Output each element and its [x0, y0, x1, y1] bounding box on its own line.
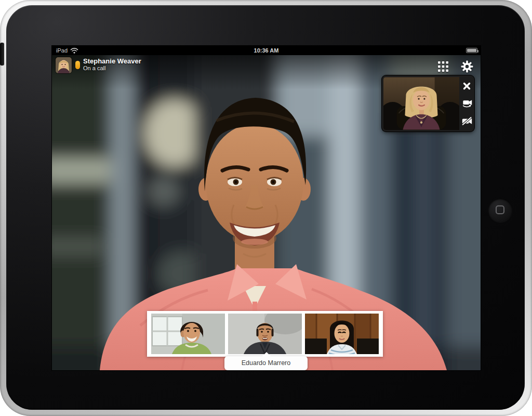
active-speaker-tooltip: Eduardo Marrero — [224, 356, 308, 370]
clock: 10:36 AM — [52, 46, 481, 55]
status-bar: 10:36 AM iPad — [52, 46, 481, 55]
self-view-panel[interactable] — [382, 75, 474, 132]
self-view-video — [383, 77, 459, 130]
device-label: iPad — [56, 46, 68, 55]
caller-avatar[interactable] — [56, 57, 72, 73]
gear-icon — [461, 60, 473, 73]
caller-name: Stephanie Weaver — [83, 57, 141, 65]
tooltip-arrow — [262, 352, 271, 357]
participant-thumbnail-1[interactable] — [151, 314, 225, 354]
self-view-controls — [459, 75, 474, 132]
disable-camera-button[interactable] — [462, 116, 472, 126]
presence-indicator — [75, 61, 80, 69]
home-button[interactable] — [488, 198, 512, 222]
camera-off-icon — [462, 116, 472, 126]
switch-camera-button[interactable] — [462, 98, 472, 109]
screenshot-stage: 10:36 AM iPad — [0, 0, 532, 416]
home-button-square-icon — [496, 205, 504, 214]
caller-status: On a call — [83, 65, 141, 72]
participant-thumbnail-3[interactable] — [305, 314, 379, 354]
ipad-side-button[interactable] — [0, 43, 4, 66]
battery-icon — [466, 48, 477, 53]
ipad-screen: 10:36 AM iPad — [52, 46, 481, 370]
close-self-view-button[interactable] — [462, 81, 472, 91]
wifi-icon — [70, 47, 78, 54]
settings-button[interactable] — [461, 60, 473, 73]
participant-thumbnail-2-active[interactable] — [228, 314, 302, 354]
toolbar — [437, 60, 473, 73]
participant-filmstrip — [147, 311, 383, 357]
grid-icon — [437, 61, 449, 72]
caller-info: Stephanie Weaver On a call — [56, 57, 141, 73]
dial-pad-grid-button[interactable] — [437, 60, 449, 73]
close-icon — [463, 82, 471, 90]
active-speaker-name: Eduardo Marrero — [242, 359, 291, 367]
switch-camera-icon — [462, 99, 472, 109]
